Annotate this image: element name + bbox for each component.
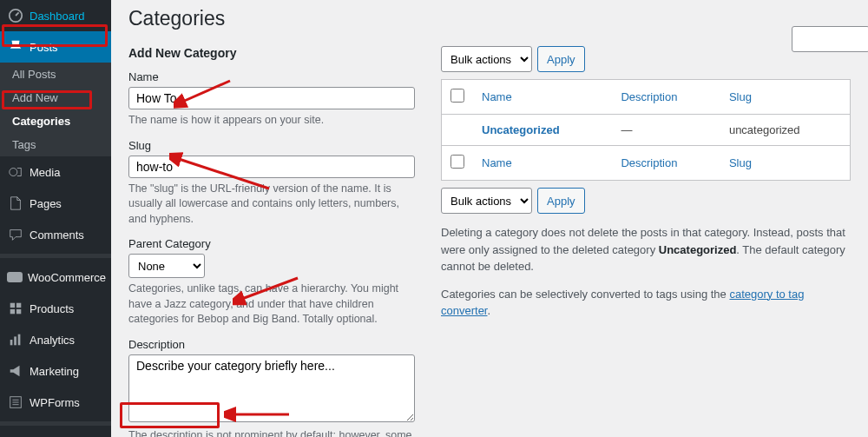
analytics-icon	[7, 331, 24, 348]
slug-desc: The "slug" is the URL-friendly version o…	[128, 182, 415, 228]
sidebar-item-woocommerce[interactable]: WooCommerce	[0, 262, 111, 293]
page-icon	[7, 195, 24, 212]
sidebar-submenu-posts: All Posts Add New Categories Tags	[0, 63, 111, 156]
field-name: Name The name is how it appears on your …	[128, 70, 415, 129]
sidebar-label: Pages	[30, 197, 62, 210]
svg-rect-5	[10, 309, 15, 314]
name-label: Name	[128, 70, 415, 83]
sidebar-item-media[interactable]: Media	[0, 156, 111, 188]
sidebar-item-dashboard[interactable]: Dashboard	[0, 0, 111, 31]
description-textarea[interactable]: Describe your category briefly here...	[128, 354, 415, 422]
svg-rect-3	[10, 303, 15, 308]
slug-label: Slug	[128, 139, 415, 152]
col-desc-header[interactable]: Description	[612, 80, 720, 115]
svg-rect-6	[16, 309, 21, 314]
row-name-link[interactable]: Uncategorized	[482, 123, 560, 136]
sidebar-sub-tags[interactable]: Tags	[0, 133, 111, 156]
sidebar-item-comments[interactable]: Comments	[0, 219, 111, 250]
menu-separator	[0, 421, 111, 426]
bulk-actions-top[interactable]: Bulk actions	[441, 46, 532, 72]
woocommerce-icon	[7, 268, 23, 286]
sidebar-item-wpforms[interactable]: WPForms	[0, 387, 111, 418]
field-slug: Slug The "slug" is the URL-friendly vers…	[128, 139, 415, 228]
col-name-header[interactable]: Name	[473, 80, 612, 115]
sidebar-label: Dashboard	[30, 10, 85, 23]
sidebar-label: WooCommerce	[28, 271, 106, 284]
parent-label: Parent Category	[128, 237, 415, 250]
form-heading: Add New Category	[128, 46, 415, 60]
col-slug-header[interactable]: Slug	[720, 80, 851, 115]
sidebar-label: Products	[30, 302, 74, 315]
description-desc: The description is not prominent by defa…	[128, 428, 415, 438]
svg-rect-7	[10, 340, 13, 345]
tablenav-bottom: Bulk actions Apply	[441, 188, 851, 214]
row-slug: uncategorized	[720, 115, 851, 146]
table-row: Uncategorized — uncategorized	[442, 115, 851, 146]
main-content: Categories Add New Category Name The nam…	[111, 0, 868, 437]
sidebar-sub-add-new[interactable]: Add New	[0, 86, 111, 109]
sidebar-label: Media	[30, 166, 60, 179]
admin-sidebar: Dashboard Posts All Posts Add New Catego…	[0, 0, 111, 437]
pin-icon	[7, 38, 24, 56]
svg-rect-4	[16, 303, 21, 308]
category-notes: Deleting a category does not delete the …	[441, 224, 851, 320]
add-category-form: Add New Category Name The name is how it…	[128, 46, 415, 437]
select-all-bottom[interactable]	[450, 155, 464, 169]
sidebar-item-posts[interactable]: Posts	[0, 31, 111, 63]
sidebar-item-pages[interactable]: Pages	[0, 188, 111, 219]
sidebar-label: Posts	[30, 41, 58, 54]
svg-rect-2	[7, 272, 23, 282]
sidebar-item-products[interactable]: Products	[0, 293, 111, 324]
name-desc: The name is how it appears on your site.	[128, 113, 415, 129]
parent-select[interactable]: None	[128, 254, 205, 278]
tablenav-top: Bulk actions Apply	[441, 46, 851, 72]
search-box	[792, 26, 868, 52]
svg-rect-9	[18, 334, 21, 346]
wpforms-icon	[7, 394, 24, 411]
description-label: Description	[128, 338, 415, 351]
sidebar-sub-categories[interactable]: Categories	[0, 109, 111, 133]
search-input[interactable]	[792, 26, 868, 52]
select-all-top[interactable]	[450, 89, 464, 103]
sidebar-label: Analytics	[30, 334, 75, 347]
field-parent: Parent Category None Categories, unlike …	[128, 237, 415, 328]
sidebar-label: WPForms	[30, 396, 80, 409]
products-icon	[7, 300, 24, 317]
menu-separator	[0, 254, 111, 258]
media-icon	[7, 163, 24, 181]
sidebar-label: Comments	[30, 228, 84, 242]
svg-rect-8	[14, 336, 16, 345]
col-desc-footer[interactable]: Description	[612, 146, 720, 181]
categories-table: Name Description Slug Uncategorized — un…	[441, 79, 851, 181]
marketing-icon	[7, 362, 24, 380]
page-title: Categories	[128, 7, 851, 30]
slug-input[interactable]	[128, 156, 415, 178]
svg-point-1	[10, 169, 17, 176]
field-description: Description Describe your category brief…	[128, 338, 415, 438]
parent-desc: Categories, unlike tags, can have a hier…	[128, 281, 415, 328]
sidebar-item-appearance[interactable]: Appearance	[0, 429, 111, 437]
bulk-actions-bottom[interactable]: Bulk actions	[441, 188, 532, 214]
dashboard-icon	[7, 7, 24, 24]
row-desc: —	[612, 115, 720, 146]
sidebar-sub-all-posts[interactable]: All Posts	[0, 63, 111, 86]
col-slug-footer[interactable]: Slug	[720, 146, 851, 181]
name-input[interactable]	[128, 87, 415, 109]
sidebar-item-analytics[interactable]: Analytics	[0, 324, 111, 355]
comment-icon	[7, 226, 24, 243]
apply-top-button[interactable]: Apply	[537, 46, 585, 72]
apply-bottom-button[interactable]: Apply	[537, 188, 585, 214]
sidebar-item-marketing[interactable]: Marketing	[0, 355, 111, 387]
sidebar-label: Marketing	[30, 365, 79, 378]
col-name-footer[interactable]: Name	[473, 146, 612, 181]
